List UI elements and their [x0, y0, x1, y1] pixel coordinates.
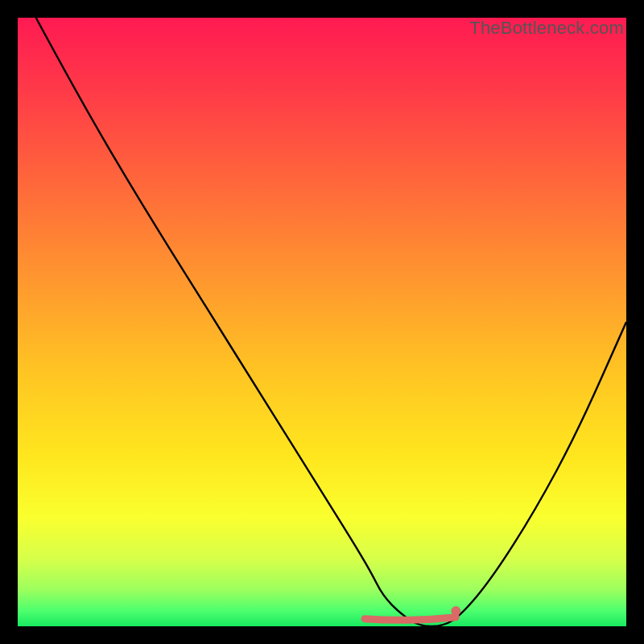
chart-frame: TheBottleneck.com	[18, 18, 626, 626]
watermark-text: TheBottleneck.com	[469, 18, 624, 39]
gradient-background	[18, 18, 626, 626]
chart-svg	[18, 18, 626, 626]
curve-marker-dot	[451, 606, 460, 616]
flat-region-marker	[365, 617, 456, 621]
